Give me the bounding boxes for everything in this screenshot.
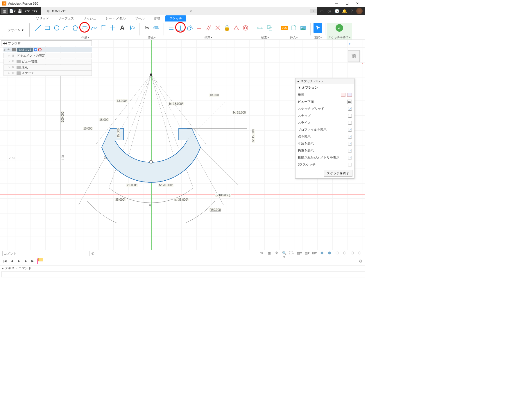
line-tool[interactable] bbox=[34, 23, 42, 33]
extensions-icon[interactable]: ▭ bbox=[318, 8, 325, 14]
text-command-input[interactable] bbox=[1, 272, 365, 277]
close-button[interactable]: ✕ bbox=[352, 0, 363, 7]
viewport-icon[interactable]: ⊞▾ bbox=[311, 251, 317, 256]
select-tool[interactable] bbox=[314, 23, 322, 33]
insert-image-tool[interactable] bbox=[299, 23, 307, 33]
text-tool[interactable]: A bbox=[117, 23, 127, 33]
group-select-label[interactable]: 選択 bbox=[314, 35, 322, 39]
dim-r100[interactable]: (R100.000) bbox=[215, 194, 231, 197]
palette-row-3dsketch[interactable]: 3D スケッチ bbox=[295, 161, 354, 168]
group-finish-label[interactable]: スケッチを終了 bbox=[328, 35, 350, 39]
browser-root[interactable]: ◢👁 test-1 v1 ◉ bbox=[3, 47, 92, 52]
display-icon[interactable]: ▦▾ bbox=[296, 251, 302, 256]
palette-row-projected[interactable]: 投影されたジオメトリを表示 bbox=[295, 154, 354, 161]
shade5-icon[interactable]: ⬡ bbox=[349, 251, 355, 256]
minimize-button[interactable]: — bbox=[331, 0, 342, 7]
comment-input[interactable] bbox=[2, 251, 89, 256]
palette-row-points[interactable]: 点を表示 bbox=[295, 133, 354, 140]
group-constrain-label[interactable]: 拘束 bbox=[205, 35, 212, 39]
dim-r80[interactable]: R80.000 bbox=[209, 208, 221, 211]
tab-tool[interactable]: ツール bbox=[131, 15, 148, 21]
pan-icon[interactable]: ✥ bbox=[274, 251, 280, 256]
comment-search-icon[interactable]: ⦿ bbox=[91, 252, 94, 255]
save-button[interactable]: 💾 bbox=[16, 8, 23, 14]
tab-sheetmetal[interactable]: シート メタル bbox=[101, 15, 130, 21]
shade4-icon[interactable]: ⬡ bbox=[342, 251, 347, 256]
timeline-prev[interactable]: ◀ bbox=[9, 259, 15, 263]
palette-row-slice[interactable]: スライス bbox=[295, 119, 354, 126]
finish-sketch-button[interactable]: ✓ bbox=[335, 23, 344, 33]
tab-sketch[interactable]: スケッチ bbox=[165, 15, 186, 21]
lookat-icon[interactable]: ▦ bbox=[266, 251, 272, 256]
timeline-settings-icon[interactable]: ⚙ bbox=[359, 259, 363, 263]
palette-header[interactable]: ●スケッチ パレット bbox=[295, 78, 354, 84]
notifications-icon[interactable]: 🔔 bbox=[341, 8, 347, 14]
interference-tool[interactable] bbox=[265, 23, 274, 33]
group-inspect-label[interactable]: 検査 bbox=[261, 35, 269, 39]
timeline-sketch-feature[interactable] bbox=[37, 258, 42, 264]
look-at-icon[interactable]: ▦ bbox=[347, 100, 352, 104]
timeline-play[interactable]: ▶ bbox=[16, 259, 22, 263]
maximize-button[interactable]: ☐ bbox=[342, 0, 352, 7]
undo-button[interactable]: ↶▾ bbox=[24, 8, 31, 14]
canvas[interactable]: -150 -100 -50 50 bbox=[0, 40, 365, 250]
fillet-tool[interactable] bbox=[99, 23, 108, 33]
orbit-icon[interactable]: ⟲ bbox=[259, 251, 264, 256]
tangent-constraint[interactable] bbox=[185, 23, 194, 33]
workspace-switcher[interactable]: デザイン ▾ bbox=[2, 23, 30, 37]
dim-18-l[interactable]: 18.000 bbox=[99, 118, 109, 121]
perpendicular-constraint[interactable] bbox=[213, 23, 222, 33]
concentric-constraint[interactable] bbox=[241, 23, 250, 33]
arc-tool[interactable] bbox=[62, 23, 70, 33]
tab-solid[interactable]: ソリッド bbox=[32, 15, 53, 21]
rectangle-tool[interactable] bbox=[43, 23, 52, 33]
trim-tool[interactable]: ✂ bbox=[143, 23, 151, 33]
fit-icon[interactable]: ⛶▾ bbox=[289, 251, 295, 256]
insert-derive-tool[interactable] bbox=[289, 23, 298, 33]
dim-15-fx-r[interactable]: fx: 15.000 bbox=[232, 111, 246, 114]
shade2-icon[interactable]: ⬢ bbox=[327, 251, 332, 256]
dim-angle-13[interactable]: 13.000° bbox=[116, 99, 128, 103]
tab-surface[interactable]: サーフェス bbox=[54, 15, 78, 21]
shade6-icon[interactable]: ⬡ bbox=[357, 251, 363, 256]
timeline-start[interactable]: |◀ bbox=[2, 259, 8, 263]
clock-icon[interactable]: 🕓 bbox=[334, 8, 340, 14]
timeline-end[interactable]: ▶| bbox=[30, 259, 35, 263]
dim-20[interactable]: 20.000° bbox=[126, 184, 138, 187]
dim-20-fx[interactable]: fx: 20.000° bbox=[158, 184, 173, 187]
vertical-constraint[interactable] bbox=[176, 23, 185, 33]
construction-line-icon[interactable] bbox=[341, 93, 345, 97]
offset-tool[interactable] bbox=[152, 23, 161, 33]
slot-tool[interactable] bbox=[80, 23, 89, 33]
shade3-icon[interactable]: ⬡ bbox=[334, 251, 340, 256]
browser-header[interactable]: ◀◀ ブラウザ bbox=[1, 40, 92, 46]
palette-row-snap[interactable]: スナップ bbox=[295, 112, 354, 119]
project-tool[interactable] bbox=[128, 23, 137, 33]
data-panel-button[interactable]: ▦ bbox=[1, 8, 8, 14]
file-menu-button[interactable]: 📄▾ bbox=[9, 8, 16, 14]
tab-mesh[interactable]: メッシュ bbox=[79, 15, 100, 21]
parallel-constraint[interactable] bbox=[204, 23, 213, 33]
dim-18-r[interactable]: 18.000 bbox=[209, 94, 219, 97]
group-modify-label[interactable]: 修正 bbox=[148, 35, 155, 39]
dim-35-fx[interactable]: fx: 35.000° bbox=[174, 198, 189, 201]
equal-constraint[interactable] bbox=[195, 23, 203, 33]
viewcube[interactable]: 前 bbox=[348, 50, 360, 62]
browser-node-origin[interactable]: ▷👁原点 bbox=[3, 64, 92, 70]
grid-icon[interactable]: ▤▾ bbox=[304, 251, 310, 256]
centerline-icon[interactable] bbox=[347, 93, 352, 97]
polygon-tool[interactable] bbox=[71, 23, 80, 33]
updates-icon[interactable]: ◷ bbox=[326, 8, 332, 14]
tab-close-button[interactable]: × bbox=[187, 9, 194, 13]
help-icon[interactable]: ? bbox=[349, 8, 355, 14]
document-tab[interactable]: ⛨ test-1 v1* bbox=[41, 8, 71, 14]
browser-node-sketches[interactable]: ▷👁スケッチ bbox=[3, 70, 92, 76]
browser-node-views[interactable]: ▷👁ビュー管理 bbox=[3, 59, 92, 64]
dim-angle-13-fx[interactable]: fx: 13.000° bbox=[169, 102, 184, 105]
zoom-icon[interactable]: 🔍▾ bbox=[281, 251, 287, 256]
midpoint-constraint[interactable] bbox=[232, 23, 241, 33]
fix-constraint[interactable]: 🔒 bbox=[223, 23, 231, 33]
palette-finish-button[interactable]: スケッチを終了 bbox=[324, 170, 352, 177]
tab-manage[interactable]: 管理 bbox=[150, 15, 164, 21]
spline-tool[interactable] bbox=[89, 23, 98, 33]
